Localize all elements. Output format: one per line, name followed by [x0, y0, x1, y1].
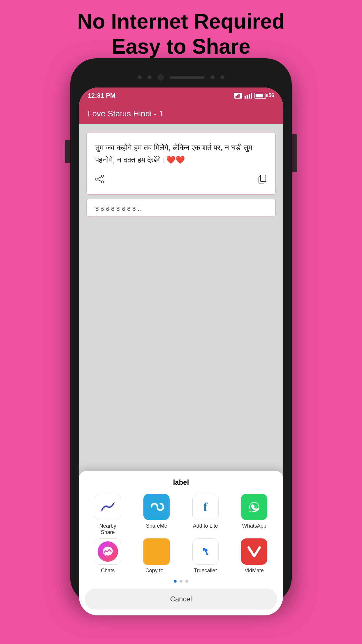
phone-topbar — [79, 67, 283, 88]
app-item-vidmate[interactable]: VidMate — [231, 538, 277, 574]
battery-text: 56 — [268, 92, 274, 99]
top-text-line1: No Internet Required — [17, 9, 345, 34]
copyto-label: Copy to... — [145, 568, 168, 574]
screen-body: तुम जब कहोगे हम तब मिलेंगे, लेकिन एक शर्… — [79, 124, 283, 615]
svg-point-3 — [101, 175, 104, 177]
nearby-share-label: NearbyShare — [99, 523, 116, 536]
camera-main — [157, 74, 164, 80]
svg-rect-9 — [261, 175, 266, 181]
cancel-button[interactable]: Cancel — [85, 589, 277, 610]
share-sheet-label: label — [85, 478, 277, 487]
copyto-icon — [143, 538, 170, 565]
app-item-copyto[interactable]: Copy to... — [134, 538, 180, 574]
phone-container: 12:31 PM — [70, 58, 292, 612]
phone-shell: 12:31 PM — [70, 58, 292, 604]
battery-fill — [256, 94, 263, 97]
shareme-label: ShareMe — [146, 523, 167, 529]
network-icon — [234, 93, 242, 99]
app-item-whatsapp[interactable]: WhatsApp — [231, 494, 277, 536]
nearby-share-icon — [95, 494, 121, 520]
quote-text: तुम जब कहोगे हम तब मिलेंगे, लेकिन एक शर्… — [95, 142, 267, 166]
vidmate-label: VidMate — [245, 568, 264, 574]
phone-screen: 12:31 PM — [79, 88, 283, 615]
svg-rect-0 — [236, 96, 237, 98]
card-actions — [95, 172, 267, 186]
whatsapp-label: WhatsApp — [242, 523, 266, 529]
top-text: No Internet Required Easy to Share — [0, 9, 362, 59]
pagination-dots — [85, 580, 277, 583]
app-item-shareme[interactable]: ShareMe — [134, 494, 180, 536]
app-item-addtolite[interactable]: f Add to Lite — [182, 494, 229, 536]
svg-rect-2 — [238, 94, 240, 98]
dot-3 — [185, 580, 188, 583]
vidmate-icon — [241, 538, 267, 565]
status-icons: 56 — [234, 92, 274, 99]
camera-area — [138, 74, 224, 80]
partial-text: ठ ठ ठ ठ ठ ठ ठ ठ ... — [95, 205, 267, 213]
camera-dot-left2 — [147, 75, 152, 79]
app-item-nearby[interactable]: NearbyShare — [85, 494, 131, 536]
content-area: तुम जब कहोगे हम तब मिलेंगे, लेकिन एक शर्… — [79, 124, 283, 615]
status-bar: 12:31 PM — [79, 88, 283, 104]
share-icon[interactable] — [95, 175, 104, 185]
copy-icon[interactable] — [259, 175, 267, 186]
partial-quote-card: ठ ठ ठ ठ ठ ठ ठ ठ ... — [86, 199, 276, 216]
truecaller-label: Truecaller — [194, 568, 217, 574]
app-title: Love Status Hindi - 1 — [88, 109, 164, 118]
svg-point-4 — [96, 178, 98, 180]
top-text-line2: Easy to Share — [17, 34, 345, 59]
addtolite-label: Add to Lite — [193, 523, 218, 529]
addtolite-icon: f — [192, 494, 219, 520]
apps-grid: NearbyShare ShareMe — [85, 494, 277, 574]
svg-line-7 — [98, 180, 101, 181]
svg-point-5 — [101, 181, 104, 183]
truecaller-icon — [192, 538, 219, 565]
app-item-chats[interactable]: Chats — [85, 538, 131, 574]
camera-dot-left — [138, 75, 142, 79]
app-header: Love Status Hindi - 1 — [79, 104, 283, 124]
shareme-icon — [143, 494, 170, 520]
chats-icon — [95, 538, 121, 565]
app-item-truecaller[interactable]: Truecaller — [182, 538, 229, 574]
share-sheet: label NearbyShare — [79, 471, 283, 615]
chats-label: Chats — [101, 568, 115, 574]
whatsapp-icon — [241, 494, 267, 520]
signal-bars — [245, 93, 252, 99]
dot-2 — [180, 580, 182, 583]
battery-icon — [254, 93, 266, 99]
camera-dot-right2 — [220, 75, 224, 79]
camera-dot-right — [210, 75, 215, 79]
status-time: 12:31 PM — [88, 92, 115, 99]
svg-rect-1 — [237, 95, 238, 98]
svg-line-6 — [98, 177, 101, 178]
speaker-bar — [170, 76, 205, 79]
dot-1 — [174, 580, 177, 583]
quote-card: तुम जब कहोगे हम तब मिलेंगे, लेकिन एक शर्… — [86, 133, 276, 195]
